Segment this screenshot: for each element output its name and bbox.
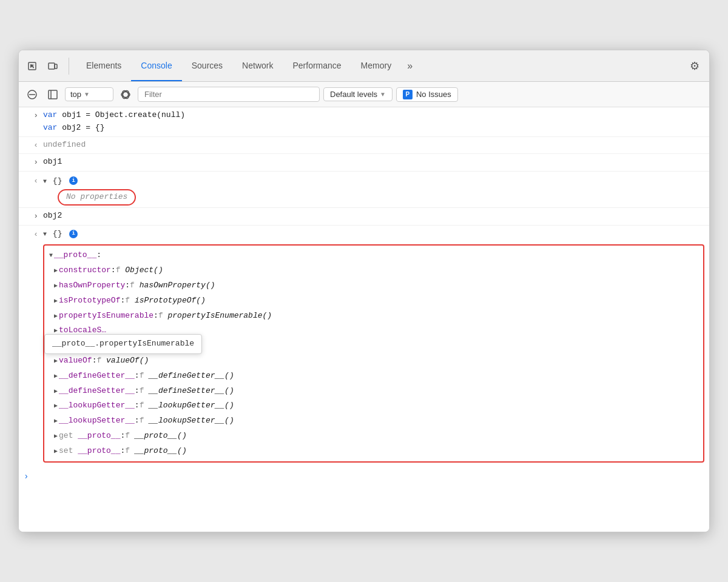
valueof-arrow[interactable] bbox=[54, 355, 58, 367]
tostring-arrow[interactable] bbox=[54, 340, 58, 352]
devtools-window: Elements Console Sources Network Perform… bbox=[18, 50, 710, 532]
obj1-expand-arrow[interactable] bbox=[43, 175, 47, 188]
proto-definegetter-line: __defineGetter__ : f __defineGetter__() bbox=[44, 369, 703, 384]
get-proto-arrow[interactable] bbox=[54, 430, 58, 443]
cursor-icon-btn[interactable] bbox=[24, 58, 41, 75]
proto-hasownproperty-line: hasOwnProperty : f hasOwnProperty() bbox=[44, 278, 703, 293]
console-line-obj2-output: ‹ {} i __proto__ : constructor bbox=[19, 226, 709, 466]
proto-constructor-line: constructor : f Object() bbox=[44, 263, 703, 278]
console-line-undefined: ‹ undefined bbox=[19, 137, 709, 155]
tolocalestring-arrow[interactable] bbox=[54, 324, 58, 337]
svg-rect-5 bbox=[49, 90, 57, 99]
line-content-obj2-out: {} i bbox=[43, 228, 78, 241]
isprototypeof-arrow[interactable] bbox=[54, 295, 58, 307]
tab-console[interactable]: Console bbox=[131, 50, 181, 81]
svg-rect-2 bbox=[55, 64, 57, 69]
proto-header-line: __proto__ : bbox=[44, 248, 703, 263]
proto-lookupsetter-line: __lookupSetter__ : f __lookupSetter__() bbox=[44, 413, 703, 429]
console-line-obj1-input: › obj1 bbox=[19, 154, 709, 172]
proto-set-proto-line: set __proto__ : f __proto__() bbox=[44, 444, 703, 459]
console-toolbar: top ▼ Default levels ▼ P No Issues bbox=[19, 82, 709, 107]
issues-icon: P bbox=[403, 90, 413, 99]
console-line-obj1-output: ‹ {} i No properties bbox=[19, 172, 709, 208]
no-properties-section: No properties bbox=[19, 189, 136, 206]
line-content-undefined: undefined bbox=[43, 139, 704, 152]
no-issues-button[interactable]: P No Issues bbox=[396, 87, 458, 102]
tabs-more-button[interactable]: » bbox=[401, 50, 419, 81]
lookupgetter-arrow[interactable] bbox=[54, 400, 58, 412]
no-properties-label: No properties bbox=[58, 189, 136, 206]
line-prefix-undefined: ‹ bbox=[19, 139, 43, 152]
line-prefix-obj2: › bbox=[19, 210, 43, 223]
context-arrow: ▼ bbox=[84, 91, 90, 98]
proto-definesetter-line: __defineSetter__ : f __defineSetter__() bbox=[44, 384, 703, 399]
set-proto-arrow[interactable] bbox=[54, 445, 58, 458]
obj1-info-icon[interactable]: i bbox=[69, 176, 78, 185]
constructor-arrow[interactable] bbox=[54, 264, 58, 277]
console-content: › var obj1 = Object.create(null) var obj… bbox=[19, 107, 709, 532]
line-content-obj2-input: obj2 bbox=[43, 210, 704, 222]
sidebar-toggle-button[interactable] bbox=[44, 86, 61, 103]
line-prefix-obj2-out: ‹ bbox=[19, 228, 43, 241]
console-line-obj2-input: › obj2 bbox=[19, 208, 709, 226]
live-expressions-button[interactable] bbox=[117, 86, 134, 103]
line-prefix-input1: › bbox=[19, 109, 43, 122]
proto-isprototypeof-line: isPrototypeOf : f isPrototypeOf() bbox=[44, 293, 703, 309]
obj2-expand-arrow[interactable] bbox=[43, 228, 47, 241]
proto-section: __proto__ : constructor : f Object() has… bbox=[43, 244, 704, 462]
line-content-obj1-input: obj1 bbox=[43, 156, 704, 169]
tab-elements[interactable]: Elements bbox=[76, 50, 131, 81]
proto-lookupgetter-line: __lookupGetter__ : f __lookupGetter__() bbox=[44, 398, 703, 413]
prompt-arrow: › bbox=[24, 470, 29, 483]
proto-get-proto-line: get __proto__ : f __proto__() bbox=[44, 429, 703, 444]
hasownproperty-arrow[interactable] bbox=[54, 279, 58, 292]
line-content-input1: var obj1 = Object.create(null) var obj2 … bbox=[43, 109, 704, 135]
tabs-container: Elements Console Sources Network Perform… bbox=[76, 50, 685, 81]
lookupsetter-arrow[interactable] bbox=[54, 415, 58, 427]
propertyisenumerable-arrow[interactable] bbox=[54, 310, 58, 323]
tab-sources[interactable]: Sources bbox=[182, 50, 232, 81]
context-selector[interactable]: top ▼ bbox=[65, 87, 113, 101]
console-line-input1: › var obj1 = Object.create(null) var obj… bbox=[19, 107, 709, 137]
svg-rect-1 bbox=[49, 63, 55, 69]
filter-input[interactable] bbox=[138, 87, 320, 102]
console-prompt-line[interactable]: › bbox=[19, 466, 709, 487]
proto-valueof-line: valueOf : f valueOf() bbox=[44, 353, 703, 369]
tab-bar: Elements Console Sources Network Perform… bbox=[19, 50, 709, 82]
settings-button[interactable]: ⚙ bbox=[685, 56, 704, 76]
proto-propertyisenumerable-line: propertyIsEnumerable : f propertyIsEnume… bbox=[44, 309, 703, 324]
tab-network[interactable]: Network bbox=[232, 50, 283, 81]
obj2-info-icon[interactable]: i bbox=[69, 230, 78, 238]
svg-point-9 bbox=[121, 90, 130, 99]
definesetter-arrow[interactable] bbox=[54, 385, 58, 398]
clear-console-button[interactable] bbox=[24, 86, 41, 103]
log-level-selector[interactable]: Default levels ▼ bbox=[323, 87, 393, 101]
line-content-obj1-out: {} i bbox=[43, 175, 78, 188]
tab-performance[interactable]: Performance bbox=[283, 50, 351, 81]
proto-expand-arrow[interactable] bbox=[49, 249, 53, 262]
device-icon-btn[interactable] bbox=[44, 58, 61, 75]
proto-tostring-line: toString : bbox=[44, 338, 703, 353]
tab-bar-icons bbox=[24, 58, 69, 75]
line-prefix-obj1: › bbox=[19, 156, 43, 169]
tab-memory[interactable]: Memory bbox=[351, 50, 402, 81]
line-prefix-obj1-out: ‹ bbox=[19, 175, 43, 188]
definegetter-arrow[interactable] bbox=[54, 370, 58, 383]
proto-tolocalestring-line: toLocaleS… __proto__.propertyIsEnumerabl… bbox=[44, 323, 703, 338]
levels-arrow: ▼ bbox=[380, 91, 386, 98]
